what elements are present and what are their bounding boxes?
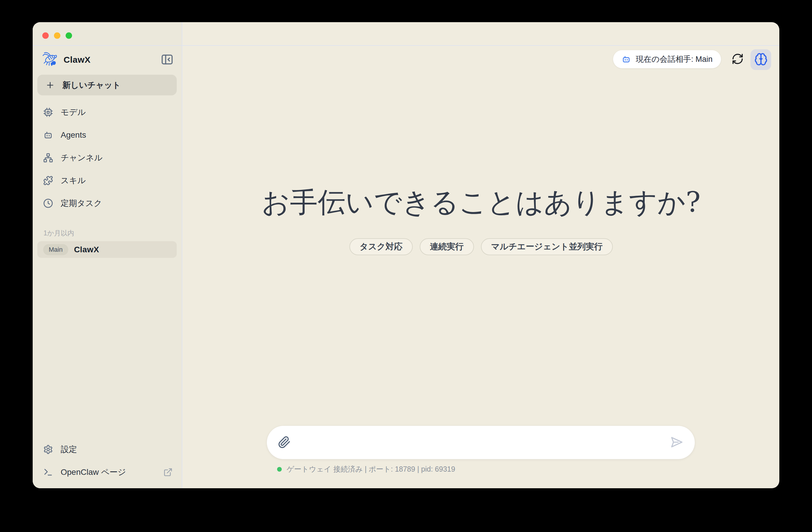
agent-badge: Main (43, 244, 68, 255)
robot-icon (43, 130, 53, 140)
current-conversation-button[interactable]: 現在の会話相手: Main (613, 50, 721, 68)
desktop-background: ClawX 新しいチャット (0, 0, 812, 532)
suggestion-chips: タスク対応 連続実行 マルチエージェント並列実行 (183, 238, 779, 255)
message-input[interactable] (299, 426, 662, 459)
sidebar-item-label: 定期タスク (61, 198, 102, 209)
main-area: 現在の会話相手: Main (183, 22, 779, 488)
network-icon (43, 153, 53, 163)
sidebar-header: ClawX (41, 51, 174, 69)
app-title: ClawX (63, 55, 91, 65)
message-composer (267, 426, 695, 459)
sidebar-item-skills[interactable]: スキル (37, 169, 177, 192)
sidebar-item-label: Agents (61, 130, 86, 140)
sidebar-item-models[interactable]: モデル (37, 101, 177, 124)
send-button[interactable] (669, 435, 684, 450)
brain-button[interactable] (751, 49, 771, 70)
new-chat-label: 新しいチャット (62, 80, 121, 91)
external-link-icon (163, 468, 173, 477)
status-dot (277, 467, 282, 472)
zoom-window-button[interactable] (66, 32, 72, 39)
clock-icon (43, 198, 53, 208)
minimize-window-button[interactable] (54, 32, 60, 39)
clawx-logo-icon (41, 51, 58, 68)
plus-icon (45, 81, 55, 90)
current-conversation-label: 現在の会話相手: Main (636, 54, 712, 64)
attach-button[interactable] (277, 435, 291, 449)
sidebar-item-settings[interactable]: 設定 (37, 438, 177, 461)
sidebar-collapse-button[interactable] (160, 53, 174, 67)
gateway-status: ゲートウェイ 接続済み | ポート: 18789 | pid: 69319 (277, 464, 455, 474)
panel-collapse-icon (160, 53, 174, 67)
sidebar-item-label: 設定 (61, 444, 77, 455)
titlebar-divider (33, 45, 779, 46)
robot-icon (622, 55, 631, 64)
sidebar-item-label: OpenClaw ページ (61, 467, 126, 478)
close-window-button[interactable] (42, 32, 49, 39)
sidebar-footer: 設定 OpenClaw ページ (37, 438, 177, 484)
sidebar: ClawX 新しいチャット (33, 22, 182, 488)
gear-icon (43, 445, 53, 455)
cpu-icon (43, 107, 53, 117)
sidebar-item-label: チャンネル (61, 152, 102, 163)
brain-icon (754, 53, 768, 67)
new-chat-button[interactable]: 新しいチャット (37, 75, 177, 95)
sidebar-item-openclaw-page[interactable]: OpenClaw ページ (37, 461, 177, 484)
sidebar-item-scheduled-tasks[interactable]: 定期タスク (37, 192, 177, 215)
send-icon (670, 435, 684, 450)
window-controls (42, 32, 72, 39)
puzzle-icon (43, 176, 53, 186)
history-section-label: 1か月以内 (43, 229, 74, 238)
suggestion-chip-multiagent[interactable]: マルチエージェント並列実行 (481, 238, 613, 255)
suggestion-chip-continuous[interactable]: 連続実行 (420, 238, 474, 255)
refresh-icon (731, 53, 744, 66)
welcome-heading: お手伝いできることはありますか? (183, 186, 779, 218)
terminal-icon (43, 467, 53, 477)
paperclip-icon (278, 436, 291, 449)
sidebar-item-channels[interactable]: チャンネル (37, 146, 177, 169)
sidebar-item-label: スキル (61, 175, 86, 186)
chat-history-label: ClawX (74, 245, 99, 254)
suggestion-chip-task[interactable]: タスク対応 (349, 238, 413, 255)
sidebar-nav: モデル Agents (37, 101, 177, 215)
gateway-status-text: ゲートウェイ 接続済み | ポート: 18789 | pid: 69319 (287, 464, 455, 474)
refresh-button[interactable] (730, 52, 745, 67)
chat-history-item[interactable]: Main ClawX (37, 241, 177, 258)
sidebar-item-label: モデル (61, 107, 86, 118)
app-window: ClawX 新しいチャット (33, 22, 779, 488)
sidebar-item-agents[interactable]: Agents (37, 124, 177, 146)
